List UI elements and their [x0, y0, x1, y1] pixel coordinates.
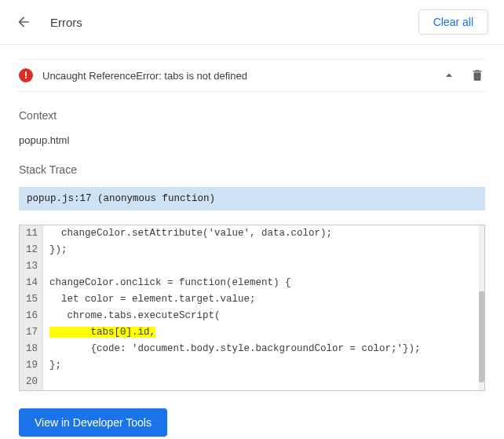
page-title: Errors — [50, 16, 418, 29]
header-bar: Errors Clear all — [0, 0, 504, 45]
line-number: 17 — [20, 324, 43, 341]
code-line: 18 {code: 'document.body.style.backgroun… — [20, 341, 484, 357]
code-text: changeColor.onclick = function(element) … — [43, 275, 484, 291]
code-line: 20 — [20, 374, 484, 390]
code-text: changeColor.setAttribute('value', data.c… — [43, 225, 484, 242]
line-number: 13 — [20, 258, 43, 275]
code-line: 11 changeColor.setAttribute('value', dat… — [20, 225, 484, 242]
stack-trace-banner[interactable]: popup.js:17 (anonymous function) — [19, 187, 485, 210]
line-number: 15 — [20, 291, 43, 308]
code-line: 19}; — [20, 357, 484, 374]
chevron-up-icon[interactable] — [441, 68, 457, 83]
code-text: }; — [43, 357, 484, 374]
view-in-devtools-button[interactable]: View in Developer Tools — [19, 408, 167, 437]
code-text: let color = element.target.value; — [43, 291, 484, 308]
back-arrow-icon[interactable] — [16, 14, 31, 30]
context-label: Context — [19, 109, 485, 122]
code-text: }); — [43, 242, 484, 258]
line-number: 19 — [20, 357, 43, 374]
error-badge-icon: ! — [19, 68, 33, 82]
code-line: 13 — [20, 258, 484, 275]
line-number: 12 — [20, 242, 43, 258]
code-line: 15 let color = element.target.value; — [20, 291, 484, 308]
line-number: 16 — [20, 308, 43, 324]
code-line: 17 tabs[0].id, — [20, 324, 484, 341]
code-line: 14changeColor.onclick = function(element… — [20, 275, 484, 291]
scrollbar-vertical[interactable] — [479, 225, 484, 390]
error-item[interactable]: ! Uncaught ReferenceError: tabs is not d… — [19, 59, 485, 92]
line-number: 11 — [20, 225, 43, 242]
code-text: chrome.tabs.executeScript( — [43, 308, 484, 324]
context-value: popup.html — [19, 134, 485, 146]
trash-icon[interactable] — [469, 68, 485, 83]
code-text: {code: 'document.body.style.backgroundCo… — [43, 341, 484, 357]
code-text — [43, 258, 484, 275]
clear-all-button[interactable]: Clear all — [418, 9, 488, 35]
code-text — [43, 374, 484, 390]
code-text: tabs[0].id, — [43, 324, 484, 341]
line-number: 18 — [20, 341, 43, 357]
stack-trace-label: Stack Trace — [19, 163, 485, 176]
error-message-text: Uncaught ReferenceError: tabs is not def… — [42, 70, 429, 82]
line-number: 20 — [20, 374, 43, 390]
code-highlight: tabs[0].id, — [49, 327, 155, 338]
scrollbar-thumb[interactable] — [479, 291, 484, 382]
code-line: 12}); — [20, 242, 484, 258]
code-line: 16 chrome.tabs.executeScript( — [20, 308, 484, 324]
main-content: ! Uncaught ReferenceError: tabs is not d… — [0, 59, 504, 439]
code-viewer: 11 changeColor.setAttribute('value', dat… — [19, 225, 485, 391]
line-number: 14 — [20, 275, 43, 291]
